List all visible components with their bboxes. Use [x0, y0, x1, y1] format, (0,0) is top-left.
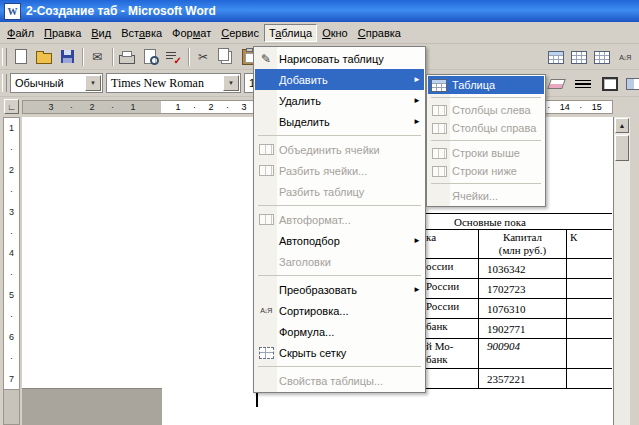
- new-document-button[interactable]: [10, 46, 32, 68]
- submenu-item-table[interactable]: Таблица: [428, 76, 544, 94]
- table-row[interactable]: России 1076310: [424, 299, 612, 319]
- menu-item-formula[interactable]: Формула...: [255, 321, 424, 342]
- table-header-cell[interactable]: Капитал (млн руб.): [478, 230, 567, 258]
- menubar-item-view[interactable]: Вид: [86, 24, 116, 42]
- table-cell-name[interactable]: России: [424, 279, 478, 298]
- tab-selector[interactable]: ∟: [4, 99, 19, 114]
- shading-icon: [626, 78, 639, 90]
- table-row[interactable]: й Мо- банк 900904: [424, 339, 612, 369]
- menu-item-delete[interactable]: Удалить ►: [255, 90, 424, 111]
- font-combobox[interactable]: Times New Roman ▼: [106, 73, 241, 93]
- menu-separator: [258, 205, 421, 206]
- sort-ascending-button[interactable]: А↓Я: [614, 46, 636, 68]
- table-menu: ✎ Нарисовать таблицу Добавить ► Удалить …: [253, 46, 426, 393]
- table-cell[interactable]: [567, 299, 612, 318]
- table-cell[interactable]: [567, 339, 612, 368]
- shading-button[interactable]: [622, 73, 639, 95]
- spelling-button[interactable]: ✓: [162, 46, 184, 68]
- scrollbar-thumb[interactable]: [615, 135, 629, 161]
- insert-columns-button[interactable]: [568, 46, 590, 68]
- table-header-cell[interactable]: ка: [424, 230, 478, 258]
- menubar-item-table[interactable]: Таблица: [264, 24, 317, 42]
- menubar-item-tools[interactable]: Сервис: [216, 24, 264, 42]
- insert-table-button[interactable]: [545, 46, 567, 68]
- table-row[interactable]: 2357221: [424, 369, 612, 389]
- table-cell[interactable]: [567, 319, 612, 338]
- line-style-button[interactable]: [568, 73, 598, 95]
- eraser-button[interactable]: [545, 73, 567, 95]
- copy-icon: [218, 48, 229, 61]
- vertical-ruler[interactable]: 1·2·3·4·5·6·7: [3, 117, 20, 390]
- table-row[interactable]: оссии 1036342: [424, 259, 612, 279]
- table-row[interactable]: России 1702723: [424, 279, 612, 299]
- borders-button[interactable]: [599, 73, 621, 95]
- menu-item-hide-gridlines[interactable]: Скрыть сетку: [255, 342, 424, 363]
- table-row[interactable]: банк 1902771: [424, 319, 612, 339]
- header-line2: (млн руб.): [479, 244, 566, 257]
- menu-separator: [258, 275, 421, 276]
- menu-item-select[interactable]: Выделить ►: [255, 111, 424, 132]
- menubar-item-format[interactable]: Формат: [167, 24, 216, 42]
- menu-item-merge-cells[interactable]: Объединить ячейки: [255, 139, 424, 160]
- table-cell-value[interactable]: 1076310: [478, 299, 567, 318]
- menu-item-draw-table[interactable]: ✎ Нарисовать таблицу: [255, 48, 424, 69]
- insert-columns-icon: [571, 51, 587, 64]
- submenu-item-columns-left[interactable]: Столбцы слева: [428, 101, 544, 119]
- submenu-item-cells[interactable]: Ячейки...: [428, 187, 544, 205]
- submenu-item-rows-below[interactable]: Строки ниже: [428, 162, 544, 180]
- submenu-item-rows-above[interactable]: Строки выше: [428, 144, 544, 162]
- table-cell-value[interactable]: 1036342: [478, 259, 567, 278]
- table-cell[interactable]: [567, 279, 612, 298]
- ruler-left-margin: 3 · 2 · 1: [23, 101, 161, 113]
- menu-item-table-properties[interactable]: Свойства таблицы...: [255, 370, 424, 391]
- toolbar-drag-handle[interactable]: [2, 74, 7, 92]
- table-cell[interactable]: [567, 259, 612, 278]
- submenu-arrow-icon: ►: [410, 117, 421, 126]
- table-title-row[interactable]: Основные пока: [424, 214, 612, 230]
- table-cell-name[interactable]: й Мо- банк: [424, 339, 478, 368]
- menu-item-convert[interactable]: Преобразовать ►: [255, 279, 424, 300]
- document-table[interactable]: Основные пока ка Капитал (млн руб.) К ос…: [424, 213, 612, 389]
- submenu-item-columns-right[interactable]: Столбцы справа: [428, 119, 544, 137]
- menu-item-autoformat[interactable]: Автоформат...: [255, 209, 424, 230]
- menubar-item-window[interactable]: Окно: [317, 24, 353, 42]
- menu-item-split-cells[interactable]: Разбить ячейки...: [255, 160, 424, 181]
- cut-button[interactable]: ✂: [192, 46, 214, 68]
- menubar-item-file[interactable]: Файл: [2, 24, 39, 42]
- scroll-up-icon: ▲: [619, 122, 626, 129]
- menu-item-headings[interactable]: Заголовки: [255, 251, 424, 272]
- split-cells-icon: [259, 165, 274, 176]
- menu-item-split-table[interactable]: Разбить таблицу: [255, 181, 424, 202]
- table-cell-name[interactable]: России: [424, 299, 478, 318]
- menubar-item-edit[interactable]: Правка: [39, 24, 86, 42]
- menubar-item-help[interactable]: Справка: [353, 24, 406, 42]
- toolbar-separator: [188, 48, 189, 66]
- table-header-cell[interactable]: К: [567, 230, 612, 258]
- menu-item-autofit[interactable]: Автоподбор ►: [255, 230, 424, 251]
- table-header-row[interactable]: ка Капитал (млн руб.) К: [424, 230, 612, 259]
- table-cell-value[interactable]: 1902771: [478, 319, 567, 338]
- vertical-scrollbar[interactable]: ▲: [613, 117, 630, 425]
- print-button[interactable]: [116, 46, 138, 68]
- table-cell-value[interactable]: 900904: [478, 339, 567, 368]
- print-preview-button[interactable]: [139, 46, 161, 68]
- dropdown-arrow-icon[interactable]: ▼: [223, 75, 239, 91]
- table-cell[interactable]: [567, 369, 612, 388]
- table-cell-value[interactable]: 2357221: [478, 369, 567, 388]
- table-cell-value[interactable]: 1702723: [478, 279, 567, 298]
- style-combobox[interactable]: Обычный ▼: [10, 73, 103, 93]
- scroll-up-button[interactable]: ▲: [615, 118, 629, 133]
- copy-button[interactable]: [215, 46, 237, 68]
- table-cell-name[interactable]: банк: [424, 319, 478, 338]
- table-cell-name[interactable]: [424, 369, 478, 388]
- menubar-item-insert[interactable]: Вставка: [116, 24, 167, 42]
- toolbar-drag-handle[interactable]: [2, 48, 7, 66]
- menu-item-sort[interactable]: А↓Я Сортировка...: [255, 300, 424, 321]
- insert-rows-button[interactable]: [591, 46, 613, 68]
- mail-button[interactable]: ✉: [86, 46, 108, 68]
- table-cell-name[interactable]: оссии: [424, 259, 478, 278]
- save-button[interactable]: [56, 46, 78, 68]
- menu-item-add[interactable]: Добавить ►: [255, 69, 424, 90]
- dropdown-arrow-icon[interactable]: ▼: [85, 75, 101, 91]
- open-button[interactable]: [33, 46, 55, 68]
